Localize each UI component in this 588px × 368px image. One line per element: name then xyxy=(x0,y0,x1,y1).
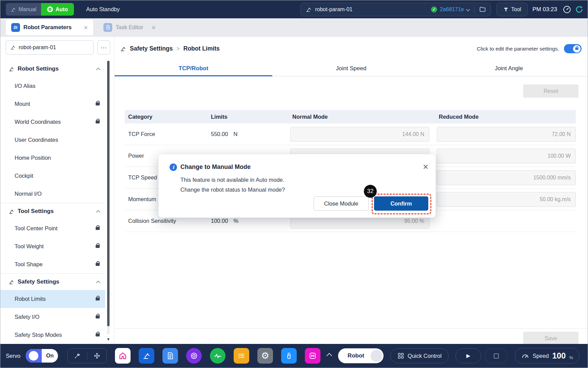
sidebar-item-robot-limits[interactable]: Robot Limits xyxy=(0,290,105,308)
sidebar-item-world-coordinates[interactable]: World Coordinates xyxy=(0,113,105,131)
sidebar-item-safety-io[interactable]: Safety I/O xyxy=(0,308,105,326)
robot-app-icon[interactable] xyxy=(139,348,154,364)
play-button[interactable]: ▶ xyxy=(455,348,481,363)
section-robot-settings[interactable]: Robot Settings xyxy=(0,61,105,77)
param-name-field[interactable]: robot-param-01 xyxy=(6,40,94,55)
tool-button[interactable]: Tool xyxy=(496,3,528,16)
sync-icon[interactable] xyxy=(575,5,584,14)
item-label: Cockpit xyxy=(15,173,33,179)
reset-button[interactable]: Reset xyxy=(523,84,579,98)
tab-robot-parameters[interactable]: Robot Parameters × xyxy=(6,20,93,35)
limits-tabs: TCP/Robot Joint Speed Joint Angle xyxy=(115,61,588,76)
auto-mode-button[interactable]: Auto xyxy=(41,3,74,16)
tab-task-editor[interactable]: Task Editor × xyxy=(98,20,161,35)
speedometer-icon xyxy=(521,352,529,360)
toggle-knob xyxy=(29,351,38,361)
app-window: Manual Auto Auto Standby robot-param-01 … xyxy=(0,0,588,368)
scroll-down-icon[interactable]: ▼ xyxy=(106,337,110,341)
sidebar-item-tool-shape[interactable]: Tool Shape xyxy=(0,255,105,273)
module-m-app-icon[interactable] xyxy=(305,348,320,364)
normal-mode-input[interactable] xyxy=(290,127,429,142)
sidebar-item-io-alias[interactable]: I/O Alias xyxy=(0,77,105,95)
reduced-mode-input[interactable] xyxy=(437,127,576,142)
dialog-body: This feature is not available in Auto mo… xyxy=(180,175,428,195)
sidebar-scrollbar[interactable] xyxy=(107,61,110,334)
sidebar-item-tool-weight[interactable]: Tool Weight xyxy=(0,237,105,255)
bottom-bar: Servo On xyxy=(0,344,588,368)
monitor-pulse-app-icon[interactable] xyxy=(210,348,226,364)
gauge-icon[interactable] xyxy=(563,5,571,14)
dock-expand-chevron-icon[interactable] xyxy=(327,353,332,359)
tab-joint-angle[interactable]: Joint Angle xyxy=(430,61,588,76)
commit-id: 2a68171e xyxy=(440,6,464,13)
sidebar-item-safety-stop-modes[interactable]: Safety Stop Modes xyxy=(0,326,105,344)
wrench-icon[interactable] xyxy=(74,352,81,359)
manual-mode-button[interactable]: Manual xyxy=(6,3,41,16)
section-title: Robot Settings xyxy=(18,65,59,72)
lock-icon xyxy=(96,315,100,318)
section-tool-settings[interactable]: Tool Settings xyxy=(0,203,105,219)
breadcrumb-current: Robot Limits xyxy=(183,45,220,52)
item-label: Normal I/O xyxy=(15,191,42,197)
close-module-button[interactable]: Close Module xyxy=(314,196,369,211)
tools-group xyxy=(67,348,107,363)
jog-move-icon[interactable] xyxy=(94,352,100,359)
pill-handle xyxy=(371,350,382,362)
edit-mode-toggle[interactable] xyxy=(564,44,582,53)
section-safety-settings[interactable]: Safety Settings xyxy=(0,274,105,290)
tab-joint-speed[interactable]: Joint Speed xyxy=(272,61,430,76)
confirm-button[interactable]: Confirm xyxy=(374,196,428,211)
reduced-mode-input[interactable] xyxy=(437,192,576,207)
stop-button[interactable] xyxy=(485,348,508,363)
servo-toggle[interactable]: On xyxy=(26,349,58,363)
breadcrumb-parent[interactable]: Safety Settings xyxy=(130,45,173,52)
servo-label: Servo xyxy=(6,353,20,359)
remote-pendant-app-icon[interactable] xyxy=(281,348,297,364)
close-tab-icon[interactable]: × xyxy=(84,24,88,31)
item-label: World Coordinates xyxy=(15,119,61,125)
robot-arm-icon xyxy=(8,209,14,214)
sidebar-item-home-position[interactable]: Home Position xyxy=(0,149,105,167)
settings-nav: Robot Settings I/O Alias Mount World Coo… xyxy=(0,61,105,344)
speed-control[interactable]: Speed 100 % xyxy=(515,348,580,364)
reduced-mode-input[interactable] xyxy=(437,149,576,163)
sidebar-item-mount[interactable]: Mount xyxy=(0,95,105,113)
more-options-button[interactable]: ⋯ xyxy=(97,40,110,55)
robot-arm-icon xyxy=(8,66,14,72)
robot-selector[interactable]: robot-param-01 ✓ 2a68171e xyxy=(300,3,491,16)
header-reduced-mode: Reduced Mode xyxy=(437,114,576,120)
reset-row: Reset xyxy=(115,84,579,98)
app-dock: ⚙ xyxy=(115,348,320,364)
target-app-icon[interactable] xyxy=(186,348,202,364)
sidebar-item-normal-io[interactable]: Normal I/O xyxy=(0,185,105,203)
scrollbar-thumb[interactable] xyxy=(107,61,110,326)
robot-status-text: Auto Standby xyxy=(86,6,120,13)
lock-icon xyxy=(96,120,100,123)
change-mode-dialog: i Change to Manual Mode × This feature i… xyxy=(158,154,436,218)
save-button[interactable]: Save xyxy=(523,332,579,345)
close-dialog-icon[interactable]: × xyxy=(423,162,428,172)
table-row-tcp-force: TCP Force 550.00N xyxy=(125,123,576,145)
servo-state: On xyxy=(42,349,58,363)
sidebar-item-tool-center-point[interactable]: Tool Center Point xyxy=(0,219,105,237)
lock-icon xyxy=(575,47,578,50)
task-document-app-icon[interactable] xyxy=(162,348,178,364)
tool-label: Tool xyxy=(511,6,521,13)
mode-switch: Manual Auto xyxy=(6,3,74,16)
settings-gear-app-icon[interactable]: ⚙ xyxy=(257,348,273,364)
category-label: TCP Force xyxy=(125,131,207,137)
quick-control-button[interactable]: Quick Control xyxy=(390,348,449,363)
folder-icon[interactable] xyxy=(479,6,486,13)
reduced-mode-input[interactable] xyxy=(437,170,576,185)
sidebar-item-cockpit[interactable]: Cockpit xyxy=(0,167,105,185)
home-app-icon[interactable] xyxy=(115,348,131,364)
chevron-up-icon xyxy=(96,280,100,285)
log-list-app-icon[interactable] xyxy=(234,348,249,364)
dialog-title: Change to Manual Mode xyxy=(180,163,251,171)
check-icon: ✓ xyxy=(431,6,437,13)
robot-mode-pill[interactable]: Robot xyxy=(338,348,384,363)
close-tab-icon[interactable]: × xyxy=(152,24,156,31)
tab-tcp-robot[interactable]: TCP/Robot xyxy=(115,61,272,76)
version-group[interactable]: ✓ 2a68171e xyxy=(431,6,469,13)
sidebar-item-user-coordinates[interactable]: User Coordinates xyxy=(0,131,105,149)
